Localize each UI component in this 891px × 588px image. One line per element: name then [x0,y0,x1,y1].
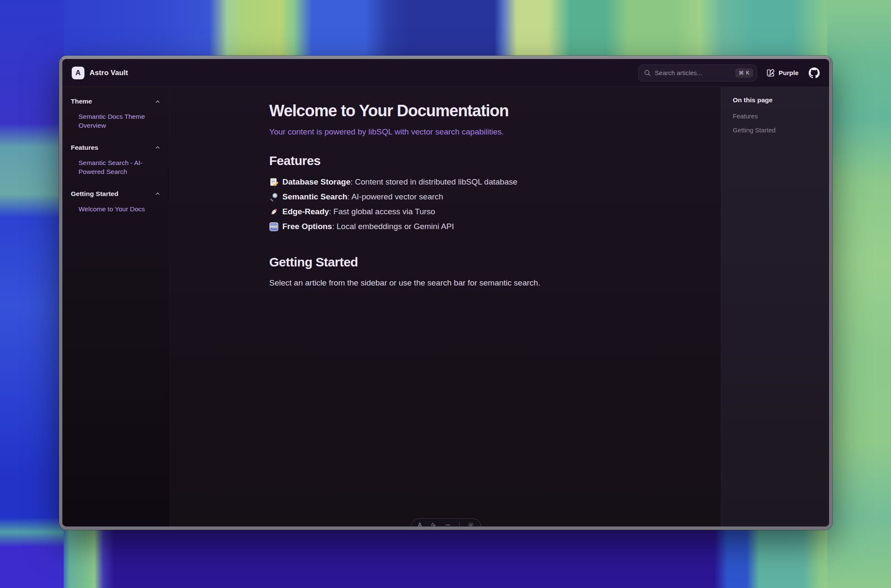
sidebar-section-features: Features Semantic Search - AI-Powered Se… [71,144,161,176]
search-shortcut-badge: ⌘ K [735,68,753,78]
search-icon [644,69,651,76]
desktop-wallpaper-left [0,0,64,588]
sidebar-section-title: Features [71,144,98,151]
sidebar-section-title: Theme [71,98,92,105]
sidebar-section-header-theme[interactable]: Theme [71,98,161,105]
feature-desc: : Fast global access via Turso [329,207,435,216]
gear-icon[interactable] [468,522,474,526]
rocket-icon [269,207,278,216]
free-icon: FREE [269,222,278,231]
window-body: Theme Semantic Docs Theme Overview Featu… [62,87,829,526]
toc-link-features[interactable]: Features [733,112,821,120]
brand-logo[interactable]: A [72,67,84,79]
on-this-page-panel: On this page Features Getting Started [721,87,829,526]
sidebar-item-welcome-to-your-docs[interactable]: Welcome to Your Docs [71,205,161,214]
features-heading: Features [269,154,622,168]
site-title[interactable]: Astro Vault [90,69,128,77]
search-placeholder: Search articles... [655,69,702,76]
app-window-inner: A Astro Vault Search articles... ⌘ K [62,59,829,526]
page-title: Welcome to Your Documentation [269,102,622,120]
chevron-up-icon[interactable] [154,98,161,105]
sidebar-section-title: Getting Started [71,190,118,198]
page-subtitle: Your content is powered by libSQL with v… [269,127,622,137]
desktop-wallpaper-right [827,0,891,588]
sidebar-section-theme: Theme Semantic Docs Theme Overview [71,98,161,130]
magnifier-icon [269,193,278,202]
feature-label: Semantic Search [283,192,347,201]
toc-link-getting-started[interactable]: Getting Started [733,126,821,134]
desktop-wallpaper-bottom [0,524,891,588]
sidebar-item-semantic-search[interactable]: Semantic Search - AI-Powered Search [71,159,161,176]
theme-selector-label: Purple [779,69,799,76]
search-input[interactable]: Search articles... ⌘ K [638,64,757,81]
sidebar-nav: Theme Semantic Docs Theme Overview Featu… [62,87,170,526]
memo-icon [269,178,278,187]
inspect-arrow-icon[interactable] [430,522,437,526]
sidebar-section-header-getting-started[interactable]: Getting Started [71,190,161,198]
github-link[interactable] [809,67,820,78]
toolbar-divider [459,522,460,526]
feature-desc: : Local embeddings or Gemini API [332,222,454,231]
on-this-page-title: On this page [733,96,821,104]
chevron-up-icon[interactable] [154,190,161,197]
audit-icon[interactable] [445,522,451,526]
chevron-up-icon[interactable] [154,144,161,151]
github-icon [809,67,820,78]
swatch-book-icon [766,69,775,77]
feature-desc: : Content stored in distributed libSQL d… [350,177,517,186]
feature-label: Database Storage [283,177,351,186]
feature-label: Edge-Ready [283,207,329,216]
main-content: Welcome to Your Documentation Your conte… [170,87,721,526]
feature-item: Semantic Search: AI-powered vector searc… [269,192,622,202]
feature-item: FREE Free Options: Local embeddings or G… [269,222,622,231]
astro-dev-toolbar[interactable]: A [411,518,481,526]
feature-item: Edge-Ready: Fast global access via Turso [269,207,622,216]
features-list: Database Storage: Content stored in dist… [269,177,622,231]
feature-item: Database Storage: Content stored in dist… [269,177,622,187]
feature-desc: : AI-powered vector search [347,192,443,201]
desktop-wallpaper-top [0,0,891,64]
app-window: A Astro Vault Search articles... ⌘ K [59,56,832,530]
feature-label: Free Options [283,222,332,231]
theme-selector-button[interactable]: Purple [766,69,799,77]
getting-started-heading: Getting Started [269,255,622,269]
astro-logo-icon[interactable]: A [418,522,422,526]
sidebar-item-semantic-docs-theme-overview[interactable]: Semantic Docs Theme Overview [71,112,161,130]
site-header: A Astro Vault Search articles... ⌘ K [62,59,829,87]
getting-started-text: Select an article from the sidebar or us… [269,278,622,288]
sidebar-section-getting-started: Getting Started Welcome to Your Docs [71,190,161,214]
sidebar-section-header-features[interactable]: Features [71,144,161,151]
